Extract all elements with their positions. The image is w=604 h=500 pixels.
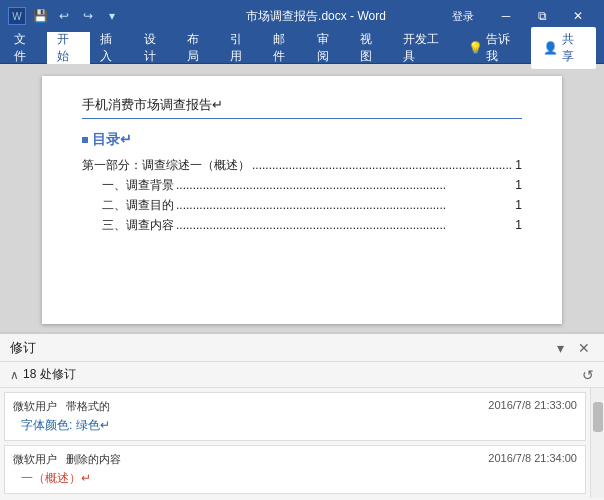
- toc-entry-4: 三、调查内容 .................................…: [82, 217, 522, 234]
- toc-heading: 目录↵: [82, 131, 522, 149]
- tab-design[interactable]: 设计: [134, 32, 177, 64]
- share-icon: 👤: [543, 41, 558, 55]
- revision-subheader: ∧ 18 处修订 ↺: [0, 362, 604, 388]
- tab-references[interactable]: 引用: [220, 32, 263, 64]
- revision-item-1-body: 字体颜色: 绿色↵: [13, 417, 577, 434]
- ribbon: 文件 开始 插入 设计 布局 引用 邮件 审阅 视图 开发工具 💡 告诉我 👤 …: [0, 32, 604, 64]
- document-area: 手机消费市场调查报告↵ 目录↵ 第一部分：调查综述一（概述） .........…: [0, 64, 604, 332]
- tab-mailings[interactable]: 邮件: [263, 32, 306, 64]
- share-button[interactable]: 👤 共享: [531, 27, 596, 69]
- revision-item-1-header: 微软用户 带格式的 2016/7/8 21:33:00: [13, 399, 577, 414]
- save-qat-button[interactable]: 💾: [30, 6, 50, 26]
- word-icon: W: [8, 7, 26, 25]
- customize-qat-button[interactable]: ▾: [102, 6, 122, 26]
- revision-close-button[interactable]: ✕: [574, 338, 594, 358]
- toc-bullet-icon: [82, 137, 88, 143]
- revision-item-1-user: 微软用户 带格式的: [13, 399, 110, 414]
- revision-header: 修订 ▾ ✕: [0, 334, 604, 362]
- redo-qat-button[interactable]: ↪: [78, 6, 98, 26]
- tab-view[interactable]: 视图: [350, 32, 393, 64]
- document-title: 手机消费市场调查报告↵: [82, 96, 522, 119]
- login-button[interactable]: 登录: [444, 5, 482, 27]
- toc-entry-3: 二、调查目的 .................................…: [82, 197, 522, 214]
- revision-item-2-user: 微软用户 删除的内容: [13, 452, 121, 467]
- revision-count: 18 处修订: [23, 366, 582, 383]
- revision-item-1: 微软用户 带格式的 2016/7/8 21:33:00 字体颜色: 绿色↵: [4, 392, 586, 441]
- revision-content-area: 微软用户 带格式的 2016/7/8 21:33:00 字体颜色: 绿色↵ 微软…: [0, 388, 604, 498]
- window-title: 市场调查报告.docx - Word: [188, 8, 444, 25]
- tab-insert[interactable]: 插入: [90, 32, 133, 64]
- tab-developer[interactable]: 开发工具: [393, 32, 459, 64]
- ribbon-right: 💡 告诉我 👤 共享: [460, 27, 600, 69]
- tell-me-button[interactable]: 💡 告诉我: [460, 32, 527, 64]
- revision-panel-title: 修订: [10, 339, 553, 357]
- revision-refresh-button[interactable]: ↺: [582, 367, 594, 383]
- revision-dropdown-button[interactable]: ▾: [553, 338, 568, 358]
- tab-home[interactable]: 开始: [47, 32, 90, 64]
- undo-qat-button[interactable]: ↩: [54, 6, 74, 26]
- toc-entry-2: 一、调查背景 .................................…: [82, 177, 522, 194]
- revision-item-2-header: 微软用户 删除的内容 2016/7/8 21:34:00: [13, 452, 577, 467]
- revision-item-2: 微软用户 删除的内容 2016/7/8 21:34:00 一（概述）↵: [4, 445, 586, 494]
- revision-item-1-time: 2016/7/8 21:33:00: [488, 399, 577, 414]
- tab-layout[interactable]: 布局: [177, 32, 220, 64]
- revision-item-2-time: 2016/7/8 21:34:00: [488, 452, 577, 467]
- revision-items-list: 微软用户 带格式的 2016/7/8 21:33:00 字体颜色: 绿色↵ 微软…: [0, 388, 590, 498]
- revision-scrollbar[interactable]: [590, 388, 604, 498]
- revision-scroll-thumb[interactable]: [593, 402, 603, 432]
- tab-file[interactable]: 文件: [4, 32, 47, 64]
- revision-panel: 修订 ▾ ✕ ∧ 18 处修订 ↺ 微软用户 带格式的 2016/7/8 21:…: [0, 332, 604, 500]
- document-page[interactable]: 手机消费市场调查报告↵ 目录↵ 第一部分：调查综述一（概述） .........…: [42, 76, 562, 324]
- revision-header-controls: ▾ ✕: [553, 338, 594, 358]
- title-bar-left: W 💾 ↩ ↪ ▾: [8, 6, 188, 26]
- revision-item-2-body: 一（概述）↵: [13, 470, 577, 487]
- toc-entry-1: 第一部分：调查综述一（概述） .........................…: [82, 157, 522, 174]
- tab-review[interactable]: 审阅: [307, 32, 350, 64]
- lightbulb-icon: 💡: [468, 41, 483, 55]
- revision-expand-button[interactable]: ∧: [10, 368, 19, 382]
